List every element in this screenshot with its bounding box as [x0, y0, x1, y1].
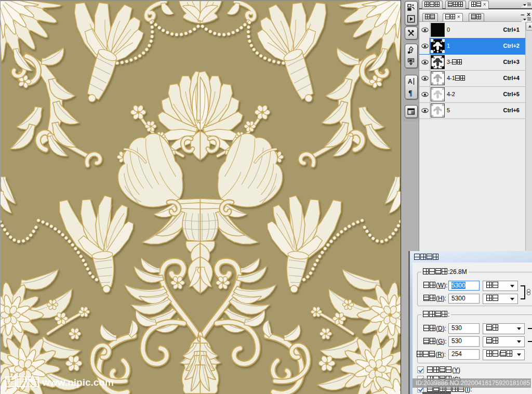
svg-text:A: A [408, 78, 413, 85]
svg-text:¶: ¶ [408, 89, 413, 97]
